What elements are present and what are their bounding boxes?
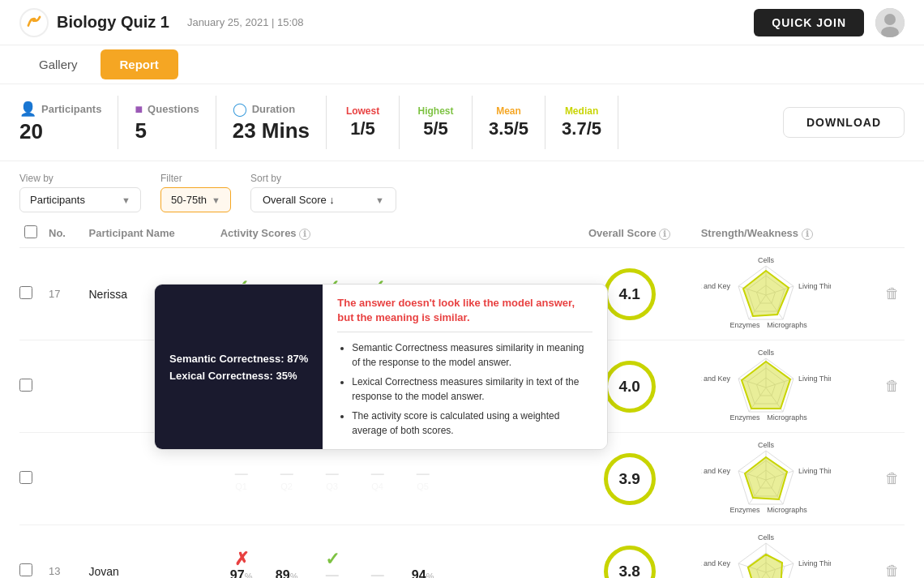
score-circle-r4: 3.8 — [604, 546, 656, 579]
stats-bar: 👤 Participants 20 ■ Questions 5 ◯ Durati… — [0, 84, 924, 161]
tooltip-warning: The answer doesn't look like the model a… — [337, 296, 592, 332]
svg-text:Micrographs: Micrographs — [767, 413, 807, 422]
svg-text:Enzymes: Enzymes — [729, 413, 760, 422]
median-value: 3.7/5 — [562, 118, 601, 139]
duration-label: Duration — [252, 103, 295, 115]
tooltip-bullet-1: Semantic Correctness measures similarity… — [352, 340, 592, 370]
svg-text:Lock and Key: Lock and Key — [701, 559, 730, 567]
svg-text:Cells: Cells — [758, 533, 775, 542]
stat-participants: 👤 Participants 20 — [19, 96, 118, 149]
col-name: Participant Name — [80, 219, 212, 248]
view-by-select[interactable]: Participants ▼ — [19, 187, 141, 212]
radar-r1: Cells Living Things Micrographs Enzymes … — [701, 256, 831, 329]
svg-text:Living Things: Living Things — [798, 282, 831, 290]
tooltip-semantic: Semantic Correctness: 87% — [169, 353, 308, 365]
tooltip-bullets: Semantic Correctness measures similarity… — [337, 340, 592, 438]
svg-point-0 — [23, 11, 45, 33]
table-row: 13 Jovan ✗ 97% Q1 89% Q2 — [19, 525, 905, 579]
svg-point-1 — [32, 17, 36, 21]
tooltip-bullet-2: Lexical Correctness measures similarity … — [352, 375, 592, 404]
lowest-value: 1/5 — [350, 118, 375, 139]
header: Biology Quiz 1 January 25, 2021 | 15:08 … — [0, 0, 924, 45]
tooltip-overlay: Semantic Correctness: 87% Lexical Correc… — [154, 284, 608, 450]
row1-checkbox[interactable] — [19, 286, 32, 299]
stat-duration: ◯ Duration 23 Mins — [216, 96, 327, 149]
participants-value: 20 — [19, 119, 101, 144]
stat-median: Median 3.7/5 — [545, 96, 618, 149]
stat-lowest: Lowest 1/5 — [327, 96, 400, 149]
sort-by-control: Sort by Overall Score ↓ ▼ — [250, 173, 396, 212]
strength-info-icon[interactable]: ℹ — [802, 229, 813, 240]
stat-highest: Highest 5/5 — [400, 96, 473, 149]
delete-icon-r2[interactable]: 🗑 — [885, 378, 900, 394]
sort-by-label: Sort by — [250, 173, 396, 184]
questions-label: Questions — [148, 103, 199, 115]
highest-label: Highest — [418, 105, 454, 117]
controls-row: View by Participants ▼ Filter 50-75th ▼ … — [0, 161, 924, 219]
view-by-control: View by Participants ▼ — [19, 173, 141, 212]
filter-select[interactable]: 50-75th ▼ — [160, 187, 231, 212]
quiz-date: January 25, 2021 | 15:08 — [187, 16, 304, 28]
participant-num: 17 — [42, 248, 80, 340]
svg-text:Micrographs: Micrographs — [767, 506, 807, 514]
svg-text:Living Things: Living Things — [798, 559, 831, 567]
stat-questions: ■ Questions 5 — [118, 96, 216, 149]
svg-text:Micrographs: Micrographs — [767, 321, 807, 329]
person-icon: 👤 — [19, 101, 36, 118]
avatar[interactable] — [875, 8, 905, 37]
mean-value: 3.5/5 — [489, 118, 528, 139]
delete-icon-r3[interactable]: 🗑 — [885, 470, 900, 486]
tooltip-bullet-3: The activity score is calculated using a… — [352, 409, 592, 438]
row3-checkbox[interactable] — [19, 471, 32, 484]
logo — [19, 8, 49, 37]
tab-gallery[interactable]: Gallery — [19, 49, 97, 79]
overall-info-icon[interactable]: ℹ — [659, 229, 670, 240]
quick-join-button[interactable]: QUICK JOIN — [754, 9, 864, 36]
svg-text:Cells: Cells — [758, 349, 775, 357]
filter-label: Filter — [160, 173, 231, 184]
lowest-label: Lowest — [346, 105, 379, 117]
svg-text:Cells: Cells — [758, 256, 775, 264]
score-circle-r3: 3.9 — [604, 453, 656, 505]
delete-icon-r4[interactable]: 🗑 — [885, 563, 900, 578]
questions-value: 5 — [135, 118, 199, 143]
quiz-title: Biology Quiz 1 — [57, 13, 169, 32]
check-icon-q3r4: ✓ — [325, 550, 340, 568]
score-circle-r1: 4.1 — [604, 268, 656, 320]
tab-report[interactable]: Report — [101, 49, 178, 79]
score-circle-r2: 4.0 — [604, 361, 656, 413]
svg-point-3 — [884, 14, 896, 25]
svg-text:Enzymes: Enzymes — [729, 321, 760, 329]
participant-num: 13 — [42, 525, 80, 579]
svg-text:Cells: Cells — [758, 441, 775, 449]
clock-icon: ◯ — [233, 101, 247, 117]
col-no: No. — [42, 219, 80, 248]
svg-text:Living Things: Living Things — [798, 467, 831, 475]
avatar-icon — [875, 8, 905, 37]
download-button[interactable]: DOWNLOAD — [783, 107, 905, 138]
sort-chevron-icon: ▼ — [375, 195, 384, 205]
svg-text:Lock and Key: Lock and Key — [701, 375, 730, 383]
col-strength: Strength/Weakness ℹ — [693, 219, 880, 248]
sort-by-select[interactable]: Overall Score ↓ ▼ — [250, 187, 396, 212]
activity-info-icon[interactable]: ℹ — [299, 229, 310, 240]
radar-r4: Cells Living Things Micrographs Enzymes … — [701, 533, 831, 578]
svg-text:Lock and Key: Lock and Key — [701, 282, 730, 290]
svg-text:Enzymes: Enzymes — [729, 506, 760, 514]
radar-r2: Cells Living Things Micrographs Enzymes … — [701, 349, 831, 422]
mean-label: Mean — [496, 105, 521, 117]
delete-icon-r1[interactable]: 🗑 — [885, 285, 900, 302]
row2-checkbox[interactable] — [19, 379, 32, 392]
logo-icon — [21, 10, 47, 36]
select-all-checkbox[interactable] — [24, 225, 37, 238]
table-wrap: No. Participant Name Activity Scores ℹ O… — [0, 219, 924, 578]
questions-icon: ■ — [135, 102, 143, 117]
filter-control: Filter 50-75th ▼ — [160, 173, 231, 212]
radar-r3: Cells Living Things Micrographs Enzymes … — [701, 441, 831, 514]
row4-checkbox[interactable] — [19, 563, 32, 576]
stat-mean: Mean 3.5/5 — [473, 96, 545, 149]
median-label: Median — [565, 105, 598, 117]
chevron-down-icon: ▼ — [122, 195, 130, 205]
view-by-label: View by — [19, 173, 141, 184]
tooltip-lexical: Lexical Correctness: 35% — [169, 370, 308, 382]
